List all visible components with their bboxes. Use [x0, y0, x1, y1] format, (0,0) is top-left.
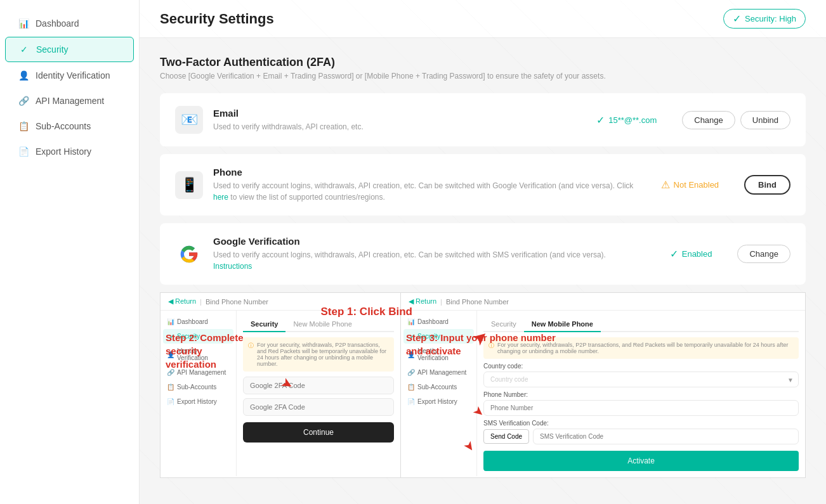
- google-card: Google Verification Used to verify accou…: [160, 223, 806, 285]
- step2-label: Step 2: Complete securityverification: [166, 331, 280, 371]
- left-input-2fa-confirm[interactable]: [243, 398, 394, 416]
- phone-card-info: Phone Used to verify account logins, wit…: [213, 167, 651, 203]
- left-continue-button[interactable]: Continue: [243, 422, 394, 443]
- google-card-desc: Used to verify account logins, withdrawa…: [213, 249, 660, 272]
- google-actions: Change: [737, 245, 790, 263]
- left-tab-security[interactable]: Security: [243, 317, 285, 332]
- shield-badge-icon: ✓: [733, 13, 741, 25]
- google-change-button[interactable]: Change: [737, 245, 790, 263]
- sidebar: 📊 Dashboard ✓ Security 👤 Identity Verifi…: [0, 0, 140, 504]
- step1-label: Step 1: Click Bind: [320, 305, 412, 319]
- activate-button[interactable]: Activate: [483, 451, 799, 471]
- right-panel-header: ◀ Return | Bind Phone Number: [401, 293, 805, 311]
- phone-card-icon: 📱: [175, 171, 203, 199]
- topbar: Security Settings ✓ Security: High: [140, 0, 826, 38]
- left-breadcrumb-page: Bind Phone Number: [206, 298, 268, 306]
- left-mini-dashboard[interactable]: 📊 Dashboard: [161, 314, 236, 329]
- sidebar-item-identity[interactable]: 👤 Identity Verification: [5, 63, 134, 87]
- right-tab-security[interactable]: Security: [483, 317, 524, 331]
- google-status-icon: ✓: [670, 248, 678, 260]
- phone-status: ⚠ Not Enabled: [661, 179, 719, 191]
- sms-code-input[interactable]: [533, 429, 799, 444]
- email-unbind-button[interactable]: Unbind: [740, 111, 790, 129]
- google-card-info: Google Verification Used to verify accou…: [213, 236, 660, 272]
- sidebar-label-subaccounts: Sub-Accounts: [36, 121, 91, 131]
- email-status-text: 15**@**.com: [608, 115, 657, 125]
- phone-bind-button[interactable]: Bind: [744, 175, 790, 195]
- right-tabs: Security New Mobile Phone: [483, 317, 799, 332]
- left-return-link[interactable]: ◀ Return: [168, 297, 196, 306]
- mini-exp-icon: 📄: [167, 398, 174, 405]
- email-card-info: Email Used to verify withdrawals, API cr…: [213, 108, 586, 132]
- phone-actions: Bind: [744, 175, 790, 195]
- phone-number-label: Phone Number:: [483, 391, 799, 398]
- api-icon: 🔗: [18, 95, 29, 107]
- right-mini-exp-icon: 📄: [407, 398, 415, 405]
- phone-card-desc: Used to verify account logins, withdrawa…: [213, 180, 651, 203]
- shield-icon: ✓: [18, 44, 30, 55]
- main-content: Security Settings ✓ Security: High Two-F…: [140, 0, 826, 504]
- identity-icon: 👤: [18, 70, 29, 81]
- right-breadcrumb-page: Bind Phone Number: [446, 298, 509, 306]
- sidebar-item-subaccounts[interactable]: 📋 Sub-Accounts: [5, 114, 134, 138]
- left-tab-new-mobile[interactable]: New Mobile Phone: [285, 317, 359, 331]
- dashboard-icon: 📊: [18, 18, 29, 29]
- security-badge: ✓ Security: High: [723, 9, 806, 29]
- tutorial-section: Step 1: Click Bind ➤ Step 2: Complete se…: [160, 292, 806, 478]
- email-change-button[interactable]: Change: [682, 111, 735, 129]
- right-tutorial-panel: Step 3: Input your phone numberand activ…: [401, 292, 806, 478]
- send-code-button[interactable]: Send Code: [483, 429, 529, 444]
- left-tutorial-panel: Step 2: Complete securityverification ➤ …: [160, 292, 401, 478]
- right-mini-api[interactable]: 🔗 API Management: [401, 365, 476, 380]
- sidebar-item-security[interactable]: ✓ Security: [5, 37, 134, 62]
- left-mini-export[interactable]: 📄 Export History: [161, 394, 236, 409]
- google-status-text: Enabled: [682, 249, 712, 259]
- right-return-link[interactable]: ◀ Return: [409, 297, 436, 306]
- security-level-text: Security: High: [745, 14, 796, 23]
- email-card-title: Email: [213, 108, 586, 119]
- right-breadcrumb-sep: |: [440, 298, 442, 306]
- right-tab-new-mobile[interactable]: New Mobile Phone: [524, 317, 601, 332]
- email-card: 📧 Email Used to verify withdrawals, API …: [160, 93, 806, 146]
- page-title: Security Settings: [160, 11, 274, 27]
- phone-status-text: Not Enabled: [674, 180, 719, 190]
- left-input-2fa[interactable]: [243, 377, 394, 394]
- country-code-select[interactable]: Country code: [483, 372, 799, 387]
- phone-here-link[interactable]: here: [213, 193, 228, 202]
- email-card-icon: 📧: [175, 106, 203, 134]
- sms-row: Send Code: [483, 429, 799, 444]
- phone-status-icon: ⚠: [661, 179, 670, 191]
- sms-code-label: SMS Verification Code:: [483, 420, 799, 427]
- sidebar-item-dashboard[interactable]: 📊 Dashboard: [5, 11, 134, 36]
- sidebar-label-api: API Management: [36, 96, 104, 106]
- google-card-title: Google Verification: [213, 236, 660, 247]
- subaccounts-icon: 📋: [18, 120, 29, 132]
- right-mini-dash-icon: 📊: [407, 318, 415, 325]
- google-status: ✓ Enabled: [670, 248, 712, 260]
- phone-card: 📱 Phone Used to verify account logins, w…: [160, 154, 806, 216]
- twofa-desc: Choose [Google Verification + Email + Tr…: [160, 72, 806, 81]
- sidebar-item-export[interactable]: 📄 Export History: [5, 139, 134, 164]
- left-mini-sub[interactable]: 📋 Sub-Accounts: [161, 380, 236, 394]
- twofa-title: Two-Factor Authentication (2FA): [160, 56, 806, 69]
- app-layout: 📊 Dashboard ✓ Security 👤 Identity Verifi…: [0, 0, 826, 504]
- sidebar-label-identity: Identity Verification: [36, 70, 110, 81]
- mini-dash-icon: 📊: [167, 318, 174, 325]
- google-card-icon: [175, 240, 203, 268]
- step3-label: Step 3: Input your phone numberand activ…: [406, 331, 556, 358]
- right-mini-export[interactable]: 📄 Export History: [401, 394, 476, 409]
- sidebar-label-security: Security: [36, 44, 69, 55]
- email-card-desc: Used to verify withdrawals, API creation…: [213, 121, 586, 132]
- sidebar-label-export: Export History: [36, 146, 91, 157]
- left-tabs: Security New Mobile Phone: [243, 317, 394, 332]
- email-status-icon: ✓: [596, 114, 605, 126]
- email-status: ✓ 15**@**.com: [596, 114, 657, 126]
- content-area: Two-Factor Authentication (2FA) Choose […: [140, 38, 826, 496]
- right-mini-sub[interactable]: 📋 Sub-Accounts: [401, 380, 476, 394]
- google-instructions-link[interactable]: Instructions: [213, 262, 252, 271]
- email-actions: Change Unbind: [682, 111, 790, 129]
- phone-number-input[interactable]: [483, 400, 799, 416]
- country-code-label: Country code:: [483, 363, 799, 370]
- sidebar-item-api[interactable]: 🔗 API Management: [5, 89, 134, 113]
- left-breadcrumb-sep: |: [200, 298, 202, 306]
